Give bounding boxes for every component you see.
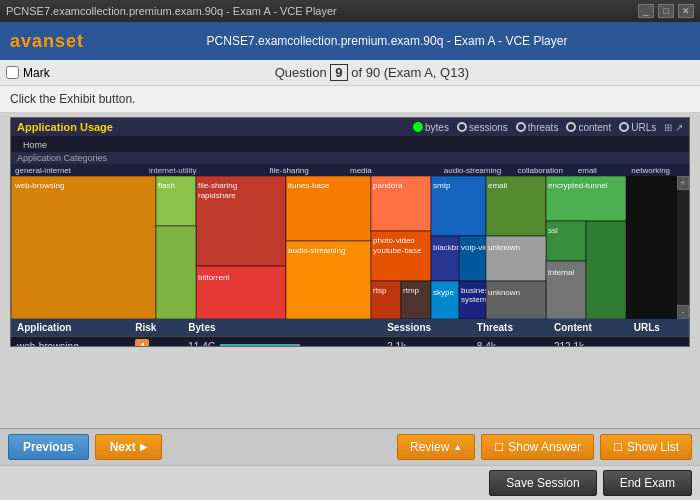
title-bar-text: PCNSE7.examcollection.premium.exam.90q -… bbox=[6, 5, 337, 17]
bottom-toolbar: Previous Next Review Show Answer Show Li… bbox=[0, 428, 700, 500]
cell-app: web-browsing bbox=[11, 337, 129, 348]
cat-general-internet: general-internet bbox=[15, 166, 149, 175]
scroll-up-button[interactable]: + bbox=[677, 176, 689, 190]
col-header-threats: Threats bbox=[471, 319, 548, 337]
cat-file-sharing: file-sharing bbox=[270, 166, 350, 175]
col-header-urls: URLs bbox=[628, 319, 689, 337]
radio-dot-urls bbox=[619, 122, 629, 132]
header-title: PCNSE7.examcollection.premium.exam.90q -… bbox=[84, 34, 690, 48]
chart-header: Application Usage bytes sessions threats… bbox=[11, 118, 689, 136]
svg-text:itunes-base: itunes-base bbox=[288, 181, 330, 190]
app-logo: avanset bbox=[10, 31, 84, 52]
svg-text:internal: internal bbox=[548, 268, 574, 277]
chart-scrollbar[interactable]: + - bbox=[677, 176, 689, 319]
categories-label: Application Categories bbox=[17, 153, 107, 163]
question-prefix: Question bbox=[275, 65, 327, 80]
svg-text:pandora: pandora bbox=[373, 181, 403, 190]
mark-area[interactable]: Mark bbox=[6, 66, 50, 80]
radio-dot-threats bbox=[516, 122, 526, 132]
svg-rect-46 bbox=[586, 221, 626, 319]
svg-text:skype: skype bbox=[433, 288, 454, 297]
col-header-sessions: Sessions bbox=[381, 319, 471, 337]
chart-title: Application Usage bbox=[17, 121, 113, 133]
svg-text:bittorrent: bittorrent bbox=[198, 273, 230, 282]
minimize-button[interactable]: _ bbox=[638, 4, 654, 18]
svg-rect-43 bbox=[486, 281, 546, 319]
show-answer-button[interactable]: Show Answer bbox=[481, 434, 594, 460]
category-labels-row: general-internet internet-utility file-s… bbox=[11, 164, 689, 176]
cell-urls bbox=[628, 337, 689, 348]
cat-collaboration: collaboration bbox=[517, 166, 577, 175]
radio-urls[interactable]: URLs bbox=[619, 122, 656, 133]
radio-content[interactable]: content bbox=[566, 122, 611, 133]
cat-networking: networking bbox=[631, 166, 685, 175]
chart-icons: ⊞ ↗ bbox=[664, 122, 683, 133]
svg-text:rtsp: rtsp bbox=[373, 286, 387, 295]
cat-internet-utility: internet-utility bbox=[149, 166, 270, 175]
table-row: web-browsing 4 11.4G 2.1k 8.4k 212.1k bbox=[11, 337, 689, 348]
svg-text:smtp: smtp bbox=[433, 181, 451, 190]
svg-text:photo-video: photo-video bbox=[373, 236, 415, 245]
svg-text:file-sharing: file-sharing bbox=[198, 181, 237, 190]
question-number: 9 bbox=[330, 64, 347, 81]
question-info: Question 9 of 90 (Exam A, Q13) bbox=[50, 64, 694, 81]
previous-button[interactable]: Previous bbox=[8, 434, 89, 460]
radio-dot-content bbox=[566, 122, 576, 132]
instruction-text: Click the Exhibit button. bbox=[0, 86, 700, 113]
toolbar-row2: Save Session End Exam bbox=[0, 465, 700, 500]
svg-rect-0 bbox=[11, 176, 156, 319]
svg-rect-45 bbox=[156, 226, 196, 319]
save-session-button[interactable]: Save Session bbox=[489, 470, 596, 496]
treemap: general-internet internet-utility file-s… bbox=[11, 164, 689, 319]
svg-text:web-browsing: web-browsing bbox=[14, 181, 64, 190]
radio-threats[interactable]: threats bbox=[516, 122, 559, 133]
cell-risk: 4 bbox=[129, 337, 182, 348]
app-header: avanset PCNSE7.examcollection.premium.ex… bbox=[0, 22, 700, 60]
next-button[interactable]: Next bbox=[95, 434, 162, 460]
mark-label: Mark bbox=[23, 66, 50, 80]
scroll-down-button[interactable]: - bbox=[677, 305, 689, 319]
review-button[interactable]: Review bbox=[397, 434, 475, 460]
show-list-button[interactable]: Show List bbox=[600, 434, 692, 460]
close-button[interactable]: ✕ bbox=[678, 4, 694, 18]
radio-dot-sessions bbox=[457, 122, 467, 132]
cell-threats: 8.4k bbox=[471, 337, 548, 348]
svg-text:youtube-base: youtube-base bbox=[373, 246, 422, 255]
end-exam-button[interactable]: End Exam bbox=[603, 470, 692, 496]
svg-rect-26 bbox=[431, 281, 459, 319]
cat-email: email bbox=[578, 166, 632, 175]
svg-text:ssl: ssl bbox=[548, 226, 558, 235]
col-header-content: Content bbox=[548, 319, 628, 337]
cat-media: media bbox=[350, 166, 444, 175]
treemap-svg: web-browsing flash file-sharing rapidsha… bbox=[11, 176, 689, 319]
svg-text:rapidshare: rapidshare bbox=[198, 191, 236, 200]
cell-bytes: 11.4G bbox=[182, 337, 381, 348]
question-bar: Mark Question 9 of 90 (Exam A, Q13) bbox=[0, 60, 700, 86]
radio-dot-bytes bbox=[413, 122, 423, 132]
window-controls[interactable]: _ □ ✕ bbox=[638, 4, 694, 18]
col-header-bytes: Bytes bbox=[182, 319, 381, 337]
svg-text:flash: flash bbox=[158, 181, 175, 190]
svg-text:unknown: unknown bbox=[488, 288, 520, 297]
svg-text:encrypted-tunnel: encrypted-tunnel bbox=[548, 181, 608, 190]
cat-audio-streaming: audio-streaming bbox=[444, 166, 518, 175]
application-table: Application Risk Bytes Sessions Threats … bbox=[11, 319, 689, 347]
home-label: Home bbox=[17, 139, 53, 151]
mark-checkbox[interactable] bbox=[6, 66, 19, 79]
radio-sessions[interactable]: sessions bbox=[457, 122, 508, 133]
question-suffix: of 90 (Exam A, Q13) bbox=[351, 65, 469, 80]
toolbar-row1: Previous Next Review Show Answer Show Li… bbox=[0, 429, 700, 465]
col-header-app: Application bbox=[11, 319, 129, 337]
cell-sessions: 2.1k bbox=[381, 337, 471, 348]
radio-group[interactable]: bytes sessions threats content URLs ⊞ ↗ bbox=[413, 122, 683, 133]
cell-content: 212.1k bbox=[548, 337, 628, 348]
radio-bytes[interactable]: bytes bbox=[413, 122, 449, 133]
categories-bar: Application Categories bbox=[11, 152, 689, 164]
svg-text:unknown: unknown bbox=[488, 243, 520, 252]
title-bar: PCNSE7.examcollection.premium.exam.90q -… bbox=[0, 0, 700, 22]
chart-container: Application Usage bytes sessions threats… bbox=[10, 117, 690, 347]
svg-text:rtmp: rtmp bbox=[403, 286, 420, 295]
svg-text:audio-streaming: audio-streaming bbox=[288, 246, 345, 255]
maximize-button[interactable]: □ bbox=[658, 4, 674, 18]
data-table-wrapper: Application Risk Bytes Sessions Threats … bbox=[11, 319, 689, 347]
